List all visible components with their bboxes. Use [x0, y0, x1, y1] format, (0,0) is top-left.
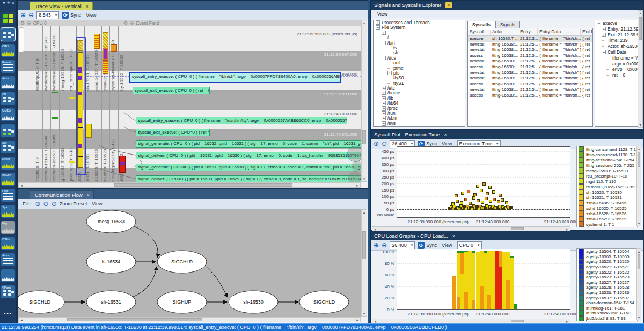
scroll-up-icon[interactable]: ▴ — [637, 146, 641, 151]
data-point[interactable] — [460, 201, 463, 204]
execution-fragment[interactable] — [103, 32, 109, 48]
scroll-right-icon[interactable]: ▸ — [355, 318, 360, 322]
menu-file[interactable]: File — [20, 201, 33, 207]
table-row[interactable]: newstatlttng-16538:...21:12:5...{ filena… — [468, 87, 592, 93]
table-row[interactable]: newstatlttng-16538:...21:12:5...{ filena… — [468, 42, 592, 48]
event-annotation[interactable]: syscall_entry_execve: ( CPU=0 ) ( filena… — [136, 117, 347, 124]
scroll-down-icon[interactable]: ▾ — [637, 315, 641, 320]
flow-node[interactable]: SIGHUP — [157, 291, 207, 313]
detail-item[interactable]: +Entry: 21:12:39.998 — [595, 26, 638, 32]
tree-expander-icon[interactable]: + — [382, 121, 386, 126]
zoom-preset-icon[interactable]: ⊙ — [52, 201, 57, 207]
state-machine-icon[interactable]: SM — [1, 141, 15, 153]
data-point[interactable] — [451, 202, 455, 205]
menu-view[interactable]: View — [90, 201, 104, 207]
load-bar[interactable] — [468, 249, 472, 309]
tree-expander-icon[interactable]: + — [602, 33, 606, 37]
table-row[interactable]: execvesh-16530:T-...21:12:3...{ filename… — [468, 36, 592, 42]
legend-item[interactable]: agetty-16522: T-16522 — [577, 269, 637, 275]
event-annotation[interactable]: signal_deliver: ( CPU=0 ) ( pid = 16531,… — [136, 152, 361, 159]
data-point[interactable] — [467, 190, 470, 193]
zoom-in-icon[interactable]: ⊕ — [374, 242, 379, 248]
scroll-down-icon[interactable]: ▾ — [637, 221, 641, 226]
zoom-out-icon[interactable]: ⊖ — [28, 12, 34, 18]
scroll-down-icon[interactable]: ▾ — [362, 311, 367, 316]
legend-item[interactable]: agetty-16536: T-16536 — [577, 290, 637, 296]
data-point[interactable] — [485, 197, 488, 200]
flow-node[interactable]: SIGCHLD — [299, 291, 349, 313]
scroll-down-icon[interactable]: ▾ — [362, 176, 367, 181]
legend-scrollbar[interactable]: ▴▾ — [636, 248, 641, 320]
tab-communication-flow[interactable]: Communication Flow × — [30, 190, 94, 199]
detail-item[interactable]: –Actor: sh-16530:T-1 — [595, 43, 638, 49]
cpu-select-combo[interactable]: CPU 0▾ — [457, 241, 482, 249]
detail-item[interactable]: –envp = 0x00005 — [595, 67, 638, 72]
data-point[interactable] — [464, 198, 467, 201]
interrupt-coverage-icon[interactable]: IntCov — [1, 173, 15, 186]
load-bar[interactable] — [457, 249, 460, 309]
execution-fragment[interactable] — [111, 44, 117, 52]
tree-expander-icon[interactable]: + — [382, 31, 386, 35]
gear-icon[interactable]: ⚙ — [20, 20, 25, 26]
legend-item[interactable]: rngd-110: T-110 — [577, 179, 637, 184]
scrollbar-thumb[interactable] — [362, 130, 366, 144]
zoom-preset-label[interactable]: Zoom Preset — [60, 201, 87, 207]
data-point[interactable] — [492, 190, 495, 194]
column-header-entry[interactable]: Entry — [518, 28, 538, 35]
execution-fragment[interactable] — [103, 48, 109, 60]
execution-fragment[interactable] — [85, 124, 92, 138]
collapse-icon[interactable]: ⊖ — [27, 20, 31, 26]
comm-vertical-scrollbar[interactable]: ▴ ▾ — [361, 209, 367, 317]
event-intensity-icon[interactable]: EvtInt — [1, 157, 15, 170]
legend-item[interactable]: rs:main Q:Reg-162: T-162 — [577, 184, 637, 189]
tree-expander-icon[interactable]: + — [376, 20, 380, 25]
tree-expander-icon[interactable]: − — [376, 25, 380, 30]
comm-horizontal-scrollbar[interactable]: ◂ ▸ — [18, 317, 361, 322]
legend-item[interactable]: mesg-16533: T-16533 — [577, 168, 637, 173]
close-icon[interactable]: × — [452, 233, 455, 239]
menu-view[interactable]: View — [375, 11, 390, 17]
tab-syscalls[interactable]: Syscalls — [467, 21, 495, 30]
tree-expander-icon[interactable]: + — [382, 86, 386, 90]
event-tick[interactable] — [69, 97, 75, 99]
objects-icon[interactable]: Objs — [1, 189, 15, 202]
legend-item[interactable]: in:imklog-161: T-161 — [577, 306, 637, 311]
menu-view[interactable]: View — [440, 242, 454, 248]
gear-icon[interactable]: ⚙ — [123, 20, 128, 26]
load-bar[interactable] — [464, 249, 468, 309]
flow-node[interactable]: SIGCHLD — [18, 291, 64, 313]
load-bar[interactable] — [514, 249, 517, 309]
scrollbar-thumb[interactable] — [638, 254, 640, 269]
data-point[interactable] — [497, 200, 500, 203]
legend-scrollbar[interactable]: ▴▾ — [636, 146, 641, 226]
zoom-in-icon[interactable]: ⊕ — [20, 12, 26, 18]
tree-expander-icon[interactable]: − — [382, 41, 386, 45]
table-row[interactable]: accesslttng-16538:...21:12:5...{ filenam… — [468, 53, 592, 59]
tab-trace-view[interactable]: Trace View - Vertical × — [30, 2, 93, 10]
tree-expander-icon[interactable]: + — [382, 106, 386, 111]
scroll-up-icon[interactable]: ▴ — [362, 20, 367, 25]
flow-node[interactable]: sh-16530 — [229, 291, 278, 313]
legend-item[interactable]: lttng-consumerd-1130: T-1130 — [577, 152, 637, 157]
detail-item[interactable]: –Time: 239 — [595, 38, 638, 43]
zoom-in-icon[interactable]: ⊕ — [35, 201, 41, 207]
migration-icon[interactable]: Mig — [1, 221, 15, 234]
data-point[interactable] — [481, 201, 484, 204]
collapse-icon[interactable]: ⊖ — [130, 20, 134, 26]
events-list-icon[interactable]: Events — [1, 60, 15, 73]
close-icon[interactable]: × — [86, 4, 89, 9]
column-header-entrydata[interactable]: Entry Data — [538, 28, 581, 35]
virtual-ports-icon[interactable]: VPorts — [1, 285, 15, 298]
trace-compare-icon[interactable] — [1, 124, 15, 137]
scrollbar-thumb[interactable] — [114, 183, 292, 187]
legend-item[interactable]: agetty-16520: T-16520 — [577, 259, 637, 264]
event-tick[interactable] — [69, 161, 75, 163]
load-bar[interactable] — [502, 249, 506, 309]
selected-event-annotation[interactable]: syscall_entry_execve: ( CPU=0 ) ( filena… — [129, 72, 341, 83]
scroll-up-icon[interactable]: ▴ — [637, 249, 641, 254]
detail-item[interactable]: +Exit: 21:12:39.998.7 — [595, 32, 638, 38]
legend-item[interactable]: agetty-16527: T-16527 — [577, 280, 637, 285]
zoom-out-icon[interactable]: ⊖ — [43, 201, 49, 207]
scrollbar-thumb[interactable] — [67, 318, 202, 321]
detail-item[interactable]: −execve — [595, 20, 638, 26]
